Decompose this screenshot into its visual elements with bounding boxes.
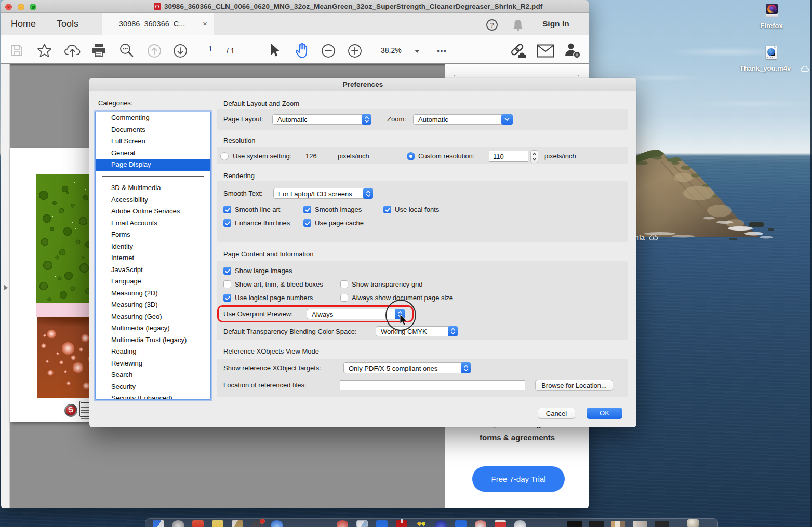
- svg-text:?: ?: [490, 21, 494, 29]
